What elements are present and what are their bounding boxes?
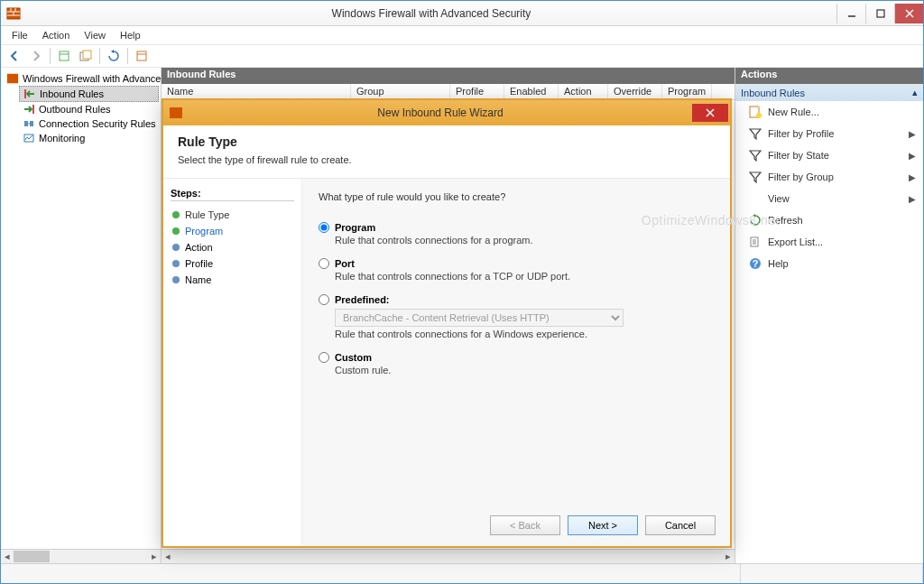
step-profile[interactable]: Profile xyxy=(171,255,294,272)
step-program[interactable]: Program xyxy=(171,223,294,239)
forward-button[interactable] xyxy=(26,46,46,66)
radio-program-input[interactable] xyxy=(319,222,329,233)
tree-inbound-rules[interactable]: Inbound Rules xyxy=(19,86,159,102)
predefined-select[interactable]: BranchCache - Content Retrieval (Uses HT… xyxy=(335,309,624,327)
action-export[interactable]: Export List... xyxy=(735,231,923,253)
properties-button[interactable] xyxy=(132,46,152,66)
maximize-button[interactable] xyxy=(865,4,894,23)
menu-action[interactable]: Action xyxy=(35,28,78,42)
toolbar-separator xyxy=(99,48,100,64)
actions-pane: Actions Inbound Rules ▴ New Rule... Filt… xyxy=(735,68,923,563)
step-dot-icon xyxy=(172,276,180,283)
radio-predefined[interactable]: Predefined: xyxy=(319,294,714,305)
minimize-button[interactable] xyxy=(836,4,865,23)
collapse-icon[interactable]: ▴ xyxy=(912,87,918,98)
radio-port[interactable]: Port xyxy=(319,258,714,269)
action-button[interactable] xyxy=(54,46,74,66)
action-filter-profile[interactable]: Filter by Profile ▶ xyxy=(735,123,923,144)
step-dot-icon xyxy=(172,244,180,251)
action-refresh[interactable]: Refresh xyxy=(735,209,923,231)
step-label: Profile xyxy=(185,258,213,269)
back-button[interactable] xyxy=(5,46,24,66)
step-action[interactable]: Action xyxy=(171,239,294,255)
scroll-thumb[interactable] xyxy=(14,551,50,562)
action-new-rule[interactable]: New Rule... xyxy=(735,101,923,123)
action-label: New Rule... xyxy=(768,107,916,117)
svg-point-24 xyxy=(756,113,762,118)
radio-custom-input[interactable] xyxy=(319,352,329,363)
scroll-left-icon[interactable]: ◂ xyxy=(162,550,174,563)
scroll-left-icon[interactable]: ◂ xyxy=(1,550,14,563)
radio-predefined-input[interactable] xyxy=(319,294,329,305)
export-icon xyxy=(748,235,762,249)
close-button[interactable] xyxy=(894,4,923,23)
step-dot-icon xyxy=(172,260,180,267)
titlebar[interactable]: Windows Firewall with Advanced Security xyxy=(1,1,923,26)
svg-rect-14 xyxy=(137,51,146,60)
menu-view[interactable]: View xyxy=(77,28,113,42)
wizard-close-button[interactable] xyxy=(692,104,728,122)
action-filter-state[interactable]: Filter by State ▶ xyxy=(735,144,923,166)
action-view[interactable]: View ▶ xyxy=(735,188,923,209)
tree-outbound-rules[interactable]: Outbound Rules xyxy=(19,102,159,116)
filter-icon xyxy=(748,148,762,162)
status-cell xyxy=(1,564,741,583)
wizard-body: Steps: Rule Type Program Action Profile … xyxy=(163,179,730,546)
col-program[interactable]: Program xyxy=(662,84,712,99)
submenu-arrow-icon: ▶ xyxy=(909,129,916,139)
radio-program[interactable]: Program xyxy=(319,222,714,233)
center-hscrollbar[interactable]: ◂ ▸ xyxy=(162,549,735,563)
step-label: Action xyxy=(185,242,213,253)
action-filter-group[interactable]: Filter by Group ▶ xyxy=(735,166,923,188)
svg-rect-18 xyxy=(32,105,34,114)
filter-icon xyxy=(748,126,762,141)
scroll-right-icon[interactable]: ▸ xyxy=(722,550,735,563)
step-label: Name xyxy=(185,274,211,285)
step-dot-icon xyxy=(172,211,180,218)
wizard-description: Select the type of firewall rule to crea… xyxy=(178,154,716,165)
col-enabled[interactable]: Enabled xyxy=(504,84,559,99)
col-group[interactable]: Group xyxy=(351,84,450,99)
step-name[interactable]: Name xyxy=(171,272,294,288)
tree-monitoring[interactable]: Monitoring xyxy=(19,131,159,145)
col-profile[interactable]: Profile xyxy=(450,84,504,99)
tree-root[interactable]: Windows Firewall with Advanced S xyxy=(3,71,159,86)
back-button[interactable]: < Back xyxy=(490,515,560,535)
submenu-arrow-icon: ▶ xyxy=(909,194,916,204)
option-predefined: Predefined: BranchCache - Content Retrie… xyxy=(319,294,714,339)
col-name[interactable]: Name xyxy=(162,84,351,99)
option-label: Predefined: xyxy=(335,294,390,305)
actions-section[interactable]: Inbound Rules ▴ xyxy=(735,84,923,101)
wizard-titlebar[interactable]: New Inbound Rule Wizard xyxy=(163,100,730,125)
step-rule-type[interactable]: Rule Type xyxy=(171,207,294,223)
action-label: Filter by Profile xyxy=(768,128,903,139)
svg-rect-13 xyxy=(83,51,91,59)
tree-connection-security[interactable]: Connection Security Rules xyxy=(19,116,159,131)
menu-help[interactable]: Help xyxy=(113,28,148,42)
action-label: Refresh xyxy=(768,215,916,226)
tree-root-label: Windows Firewall with Advanced S xyxy=(23,73,161,84)
cancel-button[interactable]: Cancel xyxy=(645,515,716,535)
radio-custom[interactable]: Custom xyxy=(319,352,714,363)
tree-hscrollbar[interactable]: ◂ ▸ xyxy=(1,549,161,563)
svg-rect-16 xyxy=(7,74,18,84)
option-program: Program Rule that controls connections f… xyxy=(319,222,714,246)
option-label: Program xyxy=(335,222,375,233)
step-dot-icon xyxy=(172,227,180,235)
option-desc: Rule that controls connections for a Win… xyxy=(335,329,714,339)
tree-item-label: Connection Security Rules xyxy=(39,118,156,129)
action-help[interactable]: ? Help xyxy=(735,253,923,274)
new-group-button[interactable] xyxy=(76,46,96,66)
col-override[interactable]: Override xyxy=(608,84,662,99)
menu-file[interactable]: File xyxy=(5,28,35,42)
option-desc: Rule that controls connections for a pro… xyxy=(335,235,714,246)
svg-rect-10 xyxy=(60,51,69,60)
svg-rect-19 xyxy=(24,121,28,126)
scroll-right-icon[interactable]: ▸ xyxy=(148,550,161,563)
next-button[interactable]: Next > xyxy=(568,515,638,535)
col-action[interactable]: Action xyxy=(559,84,608,99)
radio-port-input[interactable] xyxy=(319,258,329,269)
refresh-button[interactable] xyxy=(104,46,124,66)
monitoring-icon xyxy=(23,132,35,144)
tree-pane: Windows Firewall with Advanced S Inbound… xyxy=(1,68,162,563)
